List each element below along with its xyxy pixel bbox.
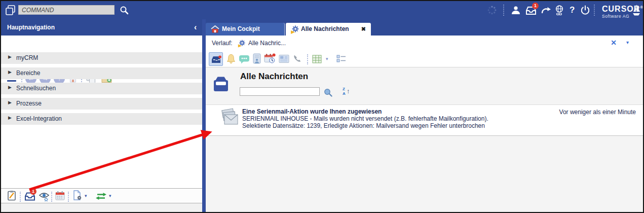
sidebar-item-schnellsuchen[interactable]: ▶ Schnellsuchen <box>1 83 202 94</box>
separator <box>594 5 595 16</box>
history-bar: Verlauf: Alle Nachric... ✕ ▾ <box>206 36 643 51</box>
chevron-right-icon: ▶ <box>8 100 12 105</box>
news-icon[interactable] <box>279 54 289 63</box>
calendar-icon[interactable] <box>55 191 65 200</box>
close-tab-icon[interactable]: ✖ <box>361 23 366 36</box>
message-list-item[interactable]: Eine Serienmail-Aktion wurde Ihnen zugew… <box>206 104 643 136</box>
sidebar-footer-strip <box>1 203 202 212</box>
chevron-down-icon[interactable]: ▾ <box>85 193 87 198</box>
separator <box>20 192 21 202</box>
sidebar-item-label: Excel-Integration <box>16 113 62 125</box>
history-item[interactable]: Alle Nachric... <box>248 36 286 51</box>
sync-icon[interactable] <box>95 192 107 200</box>
envelopes-icon <box>220 108 239 127</box>
separator <box>68 192 69 202</box>
panel-divider[interactable] <box>202 19 206 212</box>
inbox-filter-button-selected[interactable] <box>209 52 223 66</box>
contact-document-icon[interactable] <box>252 53 261 64</box>
gear-arrow-icon <box>237 39 246 48</box>
inbox-badge: 1 <box>532 3 539 9</box>
tab-label: Alle Nachrichten <box>301 23 349 36</box>
collapse-sidebar-icon[interactable]: ‹ <box>194 19 197 36</box>
separator <box>307 54 308 64</box>
message-body-line1: SERIENMAIL INHOUSE - Mails wurden nicht … <box>242 115 488 122</box>
message-timestamp: Vor weniger als einer Minute <box>559 109 636 116</box>
spinner-icon <box>487 6 497 15</box>
page-title: Alle Nachrichten <box>240 72 308 82</box>
command-input[interactable] <box>18 5 115 15</box>
chevron-right-icon: ▶ <box>8 54 12 59</box>
watch-eye-icon[interactable] <box>39 192 50 202</box>
redo-arrow-icon[interactable] <box>541 6 551 14</box>
bell-icon[interactable] <box>226 54 236 64</box>
sidebar-toolbar: ← → ↑ <box>1 36 202 52</box>
chevron-right-icon: ▶ <box>8 69 12 75</box>
close-icon[interactable]: ✕ <box>611 39 617 47</box>
tab-alle-nachrichten[interactable]: Alle Nachrichten ✖ <box>286 23 371 36</box>
phone-icon[interactable] <box>293 54 302 63</box>
table-view-icon[interactable] <box>312 55 322 63</box>
tab-mein-cockpit[interactable]: Mein Cockpit <box>206 23 285 36</box>
sailboat-icon <box>632 4 640 17</box>
search-icon[interactable] <box>324 88 332 97</box>
sidebar-item-label: myCRM <box>16 52 38 64</box>
inbox-badge: 1 <box>30 188 36 195</box>
sort-arrow-up: ↑ <box>347 87 350 95</box>
separator <box>503 5 504 16</box>
power-icon[interactable] <box>580 5 590 15</box>
message-search-input[interactable] <box>240 87 320 96</box>
list-view-icon[interactable] <box>336 55 346 62</box>
globe-link-icon[interactable] <box>554 5 564 16</box>
document-settings-icon[interactable] <box>72 190 83 201</box>
sidebar-item-label: Bereiche <box>16 67 40 79</box>
brand-registered: ® <box>640 5 643 10</box>
sidebar-item-label: Prozesse <box>16 98 42 110</box>
windows-cube-icon[interactable] <box>5 5 16 16</box>
notes-clipboard-icon[interactable] <box>7 190 16 201</box>
sort-letter-a: A <box>343 91 346 96</box>
sidebar-item-bereiche[interactable]: ▶ Bereiche <box>1 67 202 79</box>
sort-letter-z: Z <box>343 87 345 91</box>
calendar-clock-icon[interactable] <box>264 53 276 64</box>
sidebar-title: Hauptnavigation <box>7 19 55 36</box>
separator <box>51 192 52 202</box>
user-icon[interactable] <box>511 5 521 15</box>
chevron-down-icon[interactable]: ▾ <box>626 40 629 45</box>
chevron-right-icon: ▶ <box>8 115 12 120</box>
search-icon[interactable] <box>120 6 129 15</box>
chat-icon[interactable] <box>239 55 250 64</box>
history-label: Verlauf: <box>212 36 233 51</box>
sidebar-item-label: Schnellsuchen <box>16 83 56 94</box>
chevron-right-icon: ▶ <box>8 85 12 90</box>
sidebar-header: Hauptnavigation ‹ <box>1 19 202 36</box>
chevron-down-icon[interactable]: ▾ <box>109 193 111 198</box>
sidebar-item-excel-integration[interactable]: ▶ Excel-Integration <box>1 113 202 125</box>
inbox-icon <box>211 55 221 64</box>
sidebar-item-prozesse[interactable]: ▶ Prozesse <box>1 98 202 110</box>
tab-label: Mein Cockpit <box>222 23 260 36</box>
sidebar-item-mycrm[interactable]: ▶ myCRM <box>1 52 202 64</box>
chevron-down-icon[interactable]: ▾ <box>326 56 328 61</box>
message-title: Eine Serienmail-Aktion wurde Ihnen zugew… <box>242 108 382 115</box>
home-icon <box>211 25 219 33</box>
gear-arrow-icon <box>290 25 299 34</box>
top-bar: 1 ? CURSOR® Software AG <box>1 1 643 19</box>
inbox-large-icon <box>212 75 230 93</box>
help-icon[interactable]: ? <box>570 5 575 15</box>
message-body-line2: Selektierte Datensätze: 1239, Erledigte … <box>242 122 485 129</box>
app-window: 1 ? CURSOR® Software AG Hauptnavigation … <box>0 0 644 213</box>
sort-icon[interactable]: Z A ↑ <box>343 87 353 97</box>
